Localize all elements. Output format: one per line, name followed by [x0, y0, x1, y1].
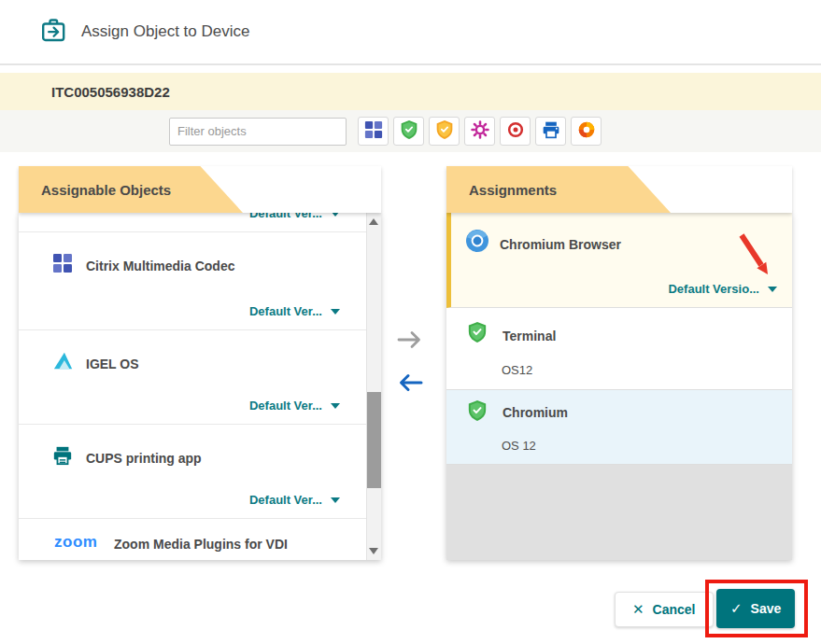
save-button-label: Save — [751, 601, 782, 616]
cancel-button-label: Cancel — [653, 602, 696, 617]
device-id: ITC005056938D22 — [51, 84, 170, 100]
chevron-down-icon — [331, 213, 340, 217]
dialog-title: Assign Object to Device — [81, 22, 249, 41]
chevron-down-icon — [768, 287, 777, 292]
object-name: Zoom Media Plugins for VDI — [114, 537, 288, 552]
apps-grid-icon — [364, 120, 383, 143]
chevron-down-icon — [331, 403, 340, 409]
filter-firmware-customization-button[interactable] — [464, 117, 495, 146]
filter-browser-button[interactable] — [571, 117, 602, 146]
version-dropdown[interactable]: Default Ver... — [249, 213, 340, 220]
vertical-scrollbar[interactable] — [366, 213, 381, 560]
assignment-item-chromium[interactable]: Chromium OS 12 — [446, 390, 792, 465]
assign-object-dialog: Assign Object to Device ITC005056938D22 — [0, 0, 821, 644]
assignments-list: Chromium Browser Default Versio... Termi… — [446, 213, 792, 560]
unassign-arrow-button[interactable] — [396, 372, 424, 397]
assignment-os: OS12 — [502, 363, 532, 377]
close-icon: ✕ — [632, 601, 644, 618]
filter-toolbar — [0, 110, 821, 152]
assignment-name: Chromium Browser — [500, 237, 621, 252]
filter-type-buttons — [358, 117, 602, 146]
teal-printer-icon — [52, 445, 73, 469]
blue-printer-icon — [542, 120, 560, 143]
green-shield-icon — [467, 399, 488, 426]
version-label: Default Ver... — [249, 213, 322, 220]
assignable-objects-panel: Assignable Objects Default Ver... — [19, 166, 381, 560]
browser-circle-icon — [577, 120, 596, 143]
arrow-right-icon — [396, 337, 424, 353]
scroll-down-icon[interactable] — [369, 548, 378, 554]
assignment-os: OS 12 — [502, 439, 536, 453]
list-item-partial[interactable]: Default Ver... — [19, 213, 366, 232]
version-label: Default Ver... — [249, 304, 322, 318]
arrow-left-icon — [396, 380, 424, 396]
version-label: Default Ver... — [249, 399, 322, 413]
green-shield-icon — [467, 321, 488, 347]
object-name: Citrix Multimedia Codec — [86, 259, 234, 273]
assignment-item-terminal[interactable]: Terminal OS12 — [446, 308, 792, 390]
list-item-citrix-multimedia-codec[interactable]: Citrix Multimedia Codec Default Ver... — [19, 232, 366, 330]
dialog-header: Assign Object to Device — [0, 0, 821, 65]
assignable-objects-tab: Assignable Objects — [19, 166, 243, 213]
assignments-header: Assignments — [446, 166, 792, 213]
save-button[interactable]: ✓ Save — [716, 589, 795, 628]
assign-arrow-button[interactable] — [396, 329, 424, 354]
version-label: Default Ver... — [249, 493, 322, 507]
assignments-title: Assignments — [469, 182, 557, 198]
object-list: Default Ver... Citrix Multimedia Codec — [19, 213, 366, 560]
assign-device-icon — [41, 18, 67, 47]
assignable-objects-list: Default Ver... Citrix Multimedia Codec — [19, 213, 381, 560]
version-dropdown[interactable]: Default Ver... — [249, 399, 340, 413]
igel-os-icon — [52, 351, 75, 375]
object-name: CUPS printing app — [86, 451, 202, 466]
zoom-wordmark-icon: zoom — [54, 533, 97, 552]
assignments-panel: Assignments Chromium Browser Default Ver… — [446, 166, 792, 560]
scroll-up-icon[interactable] — [369, 218, 378, 225]
assignment-name: Chromium — [503, 405, 568, 420]
orange-shield-icon — [435, 119, 454, 144]
filter-profiles-button[interactable] — [393, 117, 424, 146]
chevron-down-icon — [331, 309, 340, 315]
device-id-bar: ITC005056938D22 — [0, 73, 821, 110]
scrollbar-thumb[interactable] — [367, 392, 381, 488]
filter-printers-button[interactable] — [535, 117, 566, 146]
assignments-tab: Assignments — [446, 166, 671, 213]
version-dropdown[interactable]: Default Ver... — [249, 493, 340, 507]
assignable-objects-header: Assignable Objects — [19, 166, 381, 213]
filter-objects-input[interactable] — [169, 118, 347, 146]
list-item-zoom-media-plugins[interactable]: zoom Zoom Media Plugins for VDI — [19, 519, 366, 560]
version-dropdown[interactable]: Default Ver... — [249, 304, 340, 318]
assignment-name: Terminal — [503, 329, 556, 343]
list-item-cups-printing-app[interactable]: CUPS printing app Default Ver... — [19, 425, 366, 519]
green-shield-icon — [400, 119, 418, 144]
apps-grid-icon — [52, 253, 73, 277]
filter-apps-button[interactable] — [358, 117, 389, 146]
chromium-logo-icon — [465, 229, 489, 257]
purple-gear-icon — [471, 120, 489, 143]
chevron-down-icon — [331, 497, 340, 503]
version-dropdown[interactable]: Default Versio... — [668, 282, 777, 296]
check-icon: ✓ — [730, 600, 743, 617]
filter-priority-profiles-button[interactable] — [429, 117, 460, 146]
filter-sessions-button[interactable] — [500, 117, 531, 146]
version-label: Default Versio... — [668, 282, 759, 296]
list-item-igel-os[interactable]: IGEL OS Default Ver... — [19, 330, 366, 425]
assignable-objects-title: Assignable Objects — [41, 182, 171, 198]
cancel-button[interactable]: ✕ Cancel — [615, 592, 714, 627]
assignment-item-chromium-browser[interactable]: Chromium Browser Default Versio... — [446, 213, 792, 308]
red-ring-icon — [506, 120, 525, 143]
object-name: IGEL OS — [86, 357, 139, 371]
